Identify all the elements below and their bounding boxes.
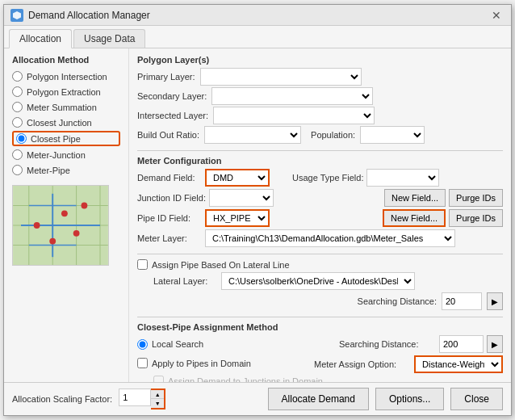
allocate-demand-button[interactable]: Allocate Demand — [268, 388, 369, 410]
junction-id-select[interactable] — [209, 189, 274, 207]
population-select[interactable] — [360, 126, 425, 144]
usage-type-select[interactable] — [366, 169, 439, 187]
assign-junctions-label: Assign Demand to Junctions in Domain — [168, 376, 323, 383]
lateral-layer-select[interactable]: C:\Users\solberk\OneDrive - Autodesk\Des… — [221, 272, 415, 290]
scaling-down-button[interactable]: ▼ — [151, 399, 164, 408]
scaling-factor-stepper: ▲ ▼ — [119, 388, 165, 410]
meter-layer-select[interactable]: C:\Training\Ch13\DemandAllocation.gdb\Me… — [205, 229, 455, 247]
searching-distance-label: Searching Distance: — [358, 296, 437, 306]
new-field-1-button[interactable]: New Field... — [384, 189, 446, 207]
divider-2 — [137, 254, 503, 254]
local-search-label: Local Search — [152, 339, 203, 349]
close-dialog-button[interactable]: Close — [450, 388, 503, 410]
demand-field-row: Demand Field: DMD Usage Type Field: — [137, 169, 503, 187]
purge-ids-2-button[interactable]: Purge IDs — [449, 209, 503, 227]
svg-point-14 — [61, 210, 68, 216]
scaling-factor-input[interactable] — [119, 388, 151, 406]
intersected-layer-label: Intersected Layer: — [137, 111, 208, 120]
lateral-layer-row: Lateral Layer: C:\Users\solberk\OneDrive… — [137, 272, 503, 290]
searching-distance-row: Searching Distance: ▶ — [137, 292, 503, 310]
purge-ids-1-button[interactable]: Purge IDs — [449, 189, 503, 207]
divider-3 — [137, 317, 503, 317]
new-field-2-button[interactable]: New Field... — [383, 209, 446, 227]
searching-distance-input[interactable] — [442, 292, 482, 310]
pipe-searching-input[interactable] — [439, 335, 484, 353]
pipe-searching-arrow[interactable]: ▶ — [487, 335, 503, 353]
demand-field-label: Demand Field: — [137, 173, 202, 183]
meter-config-section: Meter Configuration Demand Field: DMD Us… — [137, 156, 503, 247]
svg-point-13 — [34, 222, 40, 229]
apply-pipes-row: Apply to Pipes in Domain Meter Assign Op… — [137, 355, 503, 373]
primary-layer-label: Primary Layer: — [137, 72, 195, 82]
searching-distance-arrow[interactable]: ▶ — [487, 292, 503, 310]
allocation-method-header: Allocation Method — [12, 55, 120, 65]
junction-id-row: Junction ID Field: New Field... Purge ID… — [137, 189, 503, 207]
primary-layer-select[interactable] — [200, 68, 362, 86]
window-close-button[interactable]: ✕ — [488, 7, 505, 23]
svg-point-17 — [81, 203, 87, 209]
apply-pipes-label: Apply to Pipes in Domain — [152, 359, 251, 368]
intersected-layer-select[interactable] — [213, 107, 375, 124]
pipe-id-label: Pipe ID Field: — [137, 213, 202, 223]
map-preview — [12, 185, 109, 266]
svg-marker-0 — [13, 11, 21, 19]
polygon-layers-section: Polygon Layer(s) Primary Layer: Secondar… — [137, 55, 503, 144]
radio-polygon-intersection[interactable]: Polygon Intersection — [12, 69, 120, 83]
tabs-bar: Allocation Usage Data — [4, 26, 511, 48]
radio-closest-junction[interactable]: Closest Junction — [12, 116, 120, 129]
secondary-layer-label: Secondary Layer: — [137, 91, 207, 101]
lateral-layer-label: Lateral Layer: — [153, 276, 218, 286]
local-search-row: Local Search Searching Distance: ▶ — [137, 335, 503, 353]
bottom-bar: Allocation Scaling Factor: ▲ ▼ Allocate … — [4, 382, 511, 415]
apply-pipes-checkbox[interactable] — [137, 358, 148, 368]
title-bar: Demand Allocation Manager ✕ — [4, 5, 511, 26]
scaling-factor-label: Allocation Scaling Factor: — [12, 394, 112, 404]
radio-meter-summation[interactable]: Meter Summation — [12, 100, 120, 114]
polygon-layers-header: Polygon Layer(s) — [137, 55, 503, 65]
meter-assign-label: Meter Assign Option: — [314, 359, 411, 369]
secondary-layer-row: Secondary Layer: — [137, 87, 503, 105]
radio-local-search[interactable]: Local Search — [137, 338, 336, 351]
svg-point-16 — [49, 238, 56, 245]
content-area: Allocation Method Polygon Intersection P… — [4, 48, 511, 382]
divider-1 — [137, 150, 503, 151]
meter-assign-select[interactable]: Distance-Weight — [414, 355, 503, 373]
secondary-layer-select[interactable] — [211, 87, 373, 105]
build-out-row: Build Out Ratio: Population: — [137, 126, 503, 144]
main-window: Demand Allocation Manager ✕ Allocation U… — [3, 4, 512, 416]
assign-pipe-checkbox-row[interactable]: Assign Pipe Based On Lateral Line — [137, 259, 503, 270]
tab-allocation[interactable]: Allocation — [9, 29, 72, 48]
radio-meter-junction[interactable]: Meter-Junction — [12, 148, 120, 162]
assign-pipe-section: Assign Pipe Based On Lateral Line Latera… — [137, 259, 503, 310]
radio-closest-pipe[interactable]: Closest Pipe — [12, 131, 120, 146]
options-button[interactable]: Options... — [375, 388, 444, 410]
left-panel: Allocation Method Polygon Intersection P… — [4, 48, 129, 382]
right-panel: Polygon Layer(s) Primary Layer: Secondar… — [129, 48, 511, 382]
assign-junctions-checkbox — [153, 376, 164, 382]
junction-id-label: Junction ID Field: — [137, 193, 206, 203]
build-out-select[interactable] — [204, 126, 301, 144]
svg-point-15 — [73, 230, 80, 237]
build-out-label: Build Out Ratio: — [137, 130, 199, 140]
demand-field-select[interactable]: DMD — [205, 169, 270, 187]
pipe-searching-label: Searching Distance: — [339, 339, 436, 349]
radio-polygon-extraction[interactable]: Polygon Extraction — [12, 85, 120, 99]
meter-layer-label: Meter Layer: — [137, 233, 202, 243]
meter-layer-row: Meter Layer: C:\Training\Ch13\DemandAllo… — [137, 229, 503, 247]
population-label: Population: — [311, 130, 355, 140]
window-title: Demand Allocation Manager — [28, 10, 150, 21]
assign-pipe-checkbox[interactable] — [137, 259, 148, 270]
apply-pipes-checkbox-row[interactable]: Apply to Pipes in Domain — [137, 358, 311, 368]
usage-type-label: Usage Type Field: — [292, 173, 363, 183]
meter-config-header: Meter Configuration — [137, 156, 503, 166]
radio-meter-pipe[interactable]: Meter-Pipe — [12, 163, 120, 177]
scaling-up-button[interactable]: ▲ — [151, 390, 164, 399]
assign-junctions-row: Assign Demand to Junctions in Domain — [153, 376, 503, 382]
app-icon — [10, 9, 23, 22]
closest-pipe-header: Closest-Pipe Assignment Method — [137, 322, 503, 332]
pipe-id-select[interactable]: HX_PIPE — [205, 209, 270, 227]
pipe-id-row: Pipe ID Field: HX_PIPE New Field... Purg… — [137, 209, 503, 227]
assign-pipe-label: Assign Pipe Based On Lateral Line — [152, 260, 290, 270]
tab-usage-data[interactable]: Usage Data — [73, 29, 145, 48]
intersected-layer-row: Intersected Layer: — [137, 107, 503, 124]
